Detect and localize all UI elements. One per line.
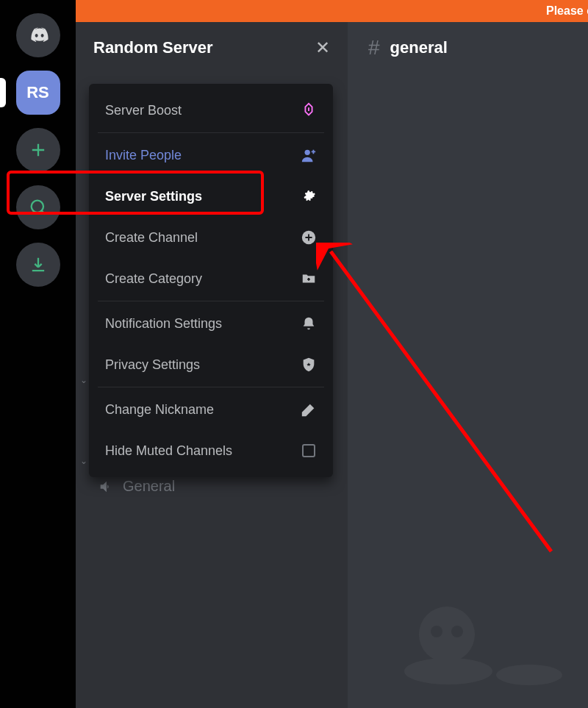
server-header[interactable]: Random Server ✕	[76, 22, 348, 74]
chevron-down-icon[interactable]: ⌄	[80, 456, 87, 466]
menu-label: Server Settings	[105, 189, 202, 204]
voice-channel-label: General	[123, 478, 175, 495]
bell-icon	[301, 315, 317, 332]
discord-logo-icon	[28, 25, 49, 46]
server-name: Random Server	[93, 38, 213, 57]
server-dropdown-menu: Server Boost Invite People Server Settin…	[89, 84, 333, 477]
server-initials: RS	[26, 83, 49, 102]
menu-item-notification-settings[interactable]: Notification Settings	[89, 303, 333, 344]
svg-point-7	[451, 626, 463, 637]
wumpus-placeholder-icon	[404, 598, 566, 686]
plus-circle-icon	[301, 229, 317, 246]
menu-item-create-category[interactable]: Create Category	[89, 258, 333, 299]
server-rail: RS	[0, 0, 76, 708]
plus-icon	[28, 140, 49, 160]
search-icon	[28, 197, 49, 218]
svg-point-5	[419, 607, 475, 662]
shield-icon	[301, 357, 317, 373]
menu-item-change-nickname[interactable]: Change Nickname	[89, 389, 333, 430]
boost-icon	[301, 102, 317, 118]
add-server-button[interactable]	[16, 128, 60, 172]
menu-item-hide-muted-channels[interactable]: Hide Muted Channels	[89, 430, 333, 471]
download-button[interactable]	[16, 243, 60, 287]
gear-icon	[301, 188, 317, 204]
folder-plus-icon	[301, 271, 317, 287]
voice-channel-general[interactable]: General	[98, 478, 175, 495]
svg-point-6	[431, 626, 442, 637]
menu-label: Create Channel	[105, 230, 198, 246]
speaker-icon	[98, 479, 114, 495]
svg-point-1	[305, 150, 310, 155]
channel-sidebar: Random Server ✕ ⌄ ⌄ Server Boost Invite …	[76, 0, 348, 708]
svg-point-4	[496, 665, 562, 685]
close-icon[interactable]: ✕	[315, 37, 330, 58]
chevron-down-icon[interactable]: ⌄	[80, 375, 87, 385]
invite-icon	[301, 147, 317, 163]
menu-label: Privacy Settings	[105, 357, 200, 373]
svg-point-0	[31, 201, 43, 212]
menu-item-server-boost[interactable]: Server Boost	[89, 90, 333, 131]
chat-area: # general	[348, 0, 588, 708]
menu-label: Hide Muted Channels	[105, 443, 232, 459]
channel-name: general	[390, 38, 448, 57]
menu-label: Server Boost	[105, 103, 182, 118]
download-icon	[28, 254, 49, 275]
hash-icon: #	[368, 36, 380, 60]
server-icon-selected[interactable]: RS	[16, 71, 60, 115]
menu-item-server-settings[interactable]: Server Settings	[89, 176, 333, 217]
discord-home-button[interactable]	[16, 13, 60, 57]
separator	[98, 132, 324, 133]
menu-item-invite-people[interactable]: Invite People	[89, 135, 333, 176]
top-banner: Please c	[76, 0, 588, 22]
menu-label: Notification Settings	[105, 316, 222, 332]
menu-label: Create Category	[105, 271, 202, 287]
menu-label: Invite People	[105, 148, 182, 163]
pencil-icon	[301, 401, 317, 418]
separator	[98, 387, 324, 387]
menu-label: Change Nickname	[105, 402, 214, 418]
explore-button[interactable]	[16, 185, 60, 229]
menu-item-create-channel[interactable]: Create Channel	[89, 217, 333, 258]
menu-item-privacy-settings[interactable]: Privacy Settings	[89, 344, 333, 385]
separator	[98, 301, 324, 301]
checkbox-icon	[301, 443, 317, 459]
banner-text: Please c	[546, 4, 588, 17]
channel-header: # general	[348, 22, 588, 74]
